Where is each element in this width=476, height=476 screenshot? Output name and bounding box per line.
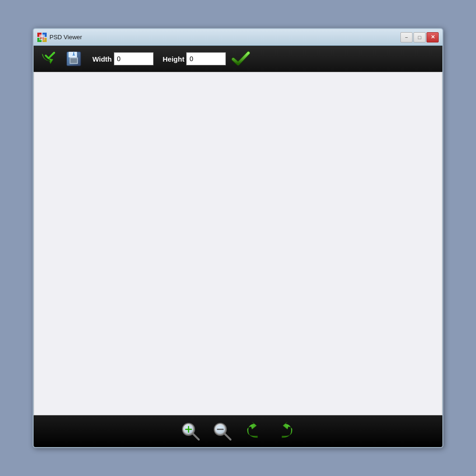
height-input[interactable] <box>186 52 226 65</box>
zoom-in-icon <box>180 421 201 441</box>
svg-line-14 <box>193 434 199 440</box>
open-button[interactable] <box>40 49 59 68</box>
title-bar: PS PSD Viewer − □ ✕ <box>34 29 442 46</box>
bottom-toolbar <box>34 415 442 447</box>
apply-button[interactable] <box>231 49 250 68</box>
rotate-left-button[interactable] <box>244 421 264 441</box>
rotate-right-icon <box>275 421 296 441</box>
minimize-button[interactable]: − <box>400 32 413 42</box>
width-label: Width <box>92 55 112 63</box>
width-input[interactable] <box>114 52 154 65</box>
zoom-out-icon <box>212 421 232 441</box>
apply-check-icon <box>231 51 250 67</box>
height-group: Height <box>159 52 226 65</box>
zoom-out-button[interactable] <box>212 421 232 441</box>
svg-rect-11 <box>73 52 74 56</box>
svg-rect-9 <box>70 58 77 63</box>
window-title: PSD Viewer <box>49 34 400 41</box>
svg-line-19 <box>225 434 231 440</box>
close-button[interactable]: ✕ <box>427 32 439 42</box>
top-toolbar: Width Height <box>34 46 442 72</box>
save-button[interactable] <box>64 49 83 68</box>
rotate-left-icon <box>244 421 264 441</box>
width-group: Width <box>89 52 154 65</box>
open-file-icon <box>40 51 59 67</box>
zoom-in-button[interactable] <box>180 421 201 441</box>
rotate-right-button[interactable] <box>275 421 296 441</box>
app-icon: PS <box>37 33 47 42</box>
height-label: Height <box>163 55 185 63</box>
svg-text:PS: PS <box>40 36 45 41</box>
save-file-icon <box>66 51 82 67</box>
window-controls: − □ ✕ <box>400 32 439 42</box>
svg-rect-7 <box>69 52 77 57</box>
main-window: PS PSD Viewer − □ ✕ <box>33 28 443 448</box>
canvas-area <box>34 72 442 415</box>
restore-button[interactable]: □ <box>413 32 426 42</box>
